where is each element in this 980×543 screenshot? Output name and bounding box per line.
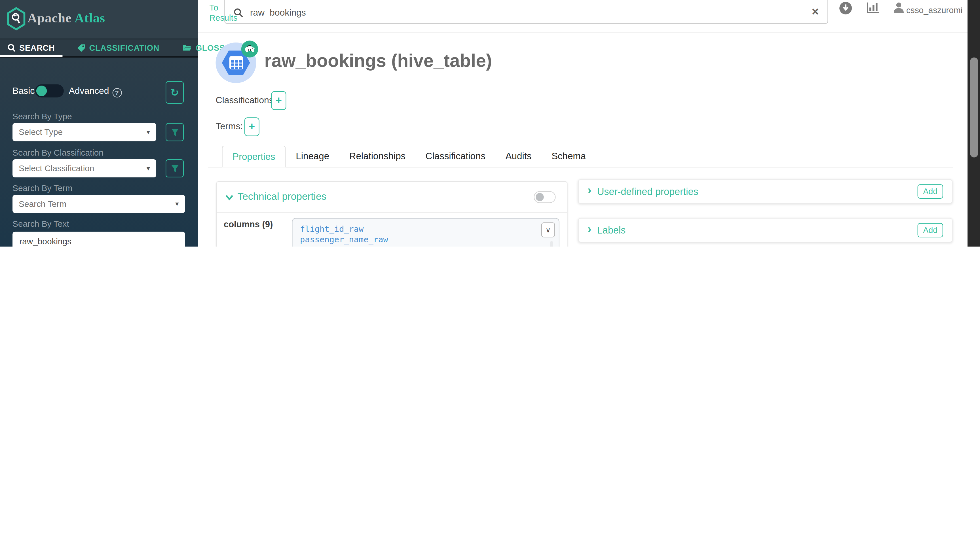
tab-properties[interactable]: Properties xyxy=(222,146,286,167)
nav-tab-search[interactable]: SEARCH xyxy=(0,40,62,56)
basic-advanced-toggle[interactable] xyxy=(35,84,64,97)
columns-box: flight_id_rawpassenger_name_rawseat_assi… xyxy=(292,218,559,246)
classifications-label: Classifications: xyxy=(215,95,276,105)
brand-atlas: Atlas xyxy=(75,11,105,25)
nav-tab-classification-label: CLASSIFICATION xyxy=(89,43,160,52)
type-select[interactable]: Select Type ▾ xyxy=(13,123,156,141)
term-select-value: Search Term xyxy=(19,199,66,209)
classification-filter-button[interactable] xyxy=(165,159,184,178)
panel-toggle[interactable] xyxy=(534,191,555,203)
topbar: To Results × csso_aszuromi xyxy=(198,0,967,33)
caret-down-icon: ▾ xyxy=(175,200,179,208)
columns-label: columns (9) xyxy=(224,219,273,229)
filter-type-label: Search By Type xyxy=(13,112,72,121)
atlas-logo-hexagon-icon xyxy=(6,7,26,30)
username[interactable]: csso_aszuromi xyxy=(906,6,963,15)
column-link[interactable]: flight_id_raw xyxy=(300,224,551,234)
statistics-icon[interactable] xyxy=(866,2,879,14)
classification-select-value: Select Classification xyxy=(19,164,94,173)
plus-icon: + xyxy=(249,121,255,133)
user-icon[interactable] xyxy=(893,2,905,14)
atlas-brand: Apache Atlas xyxy=(27,11,105,26)
basic-label: Basic xyxy=(13,86,35,95)
tab-audits[interactable]: Audits xyxy=(495,146,541,167)
card-user-defined-properties: › User-defined properties Add xyxy=(578,179,953,204)
sidebar-body: Basic Advanced? ↻ Search By Type Select … xyxy=(0,57,198,246)
chevron-right-icon[interactable]: › xyxy=(587,222,592,236)
filter-classification-label: Search By Classification xyxy=(13,148,103,157)
sidebar: Apache Atlas SEARCH CLASSIFICATION GLOSS… xyxy=(0,0,198,246)
type-filter-button[interactable] xyxy=(165,123,184,141)
global-search: × xyxy=(224,0,828,24)
page-title: raw_bookings (hive_table) xyxy=(264,51,492,71)
text-search-input[interactable] xyxy=(13,232,185,246)
filter-text-label: Search By Text xyxy=(13,219,69,229)
card-title[interactable]: Labels xyxy=(597,224,918,236)
card-title[interactable]: User-defined properties xyxy=(597,186,918,197)
hive-badge-icon xyxy=(241,41,258,57)
download-icon[interactable] xyxy=(839,1,853,15)
add-classification-button[interactable]: + xyxy=(271,91,286,110)
refresh-button[interactable]: ↻ xyxy=(165,81,184,104)
folder-open-icon xyxy=(183,44,192,52)
funnel-icon xyxy=(171,165,178,172)
global-search-input[interactable] xyxy=(249,6,809,18)
term-select[interactable]: Search Term ▾ xyxy=(13,195,185,213)
classification-select[interactable]: Select Classification ▾ xyxy=(13,159,156,178)
refresh-icon: ↻ xyxy=(170,86,179,98)
filter-term-label: Search By Term xyxy=(13,184,72,193)
funnel-icon xyxy=(171,129,178,136)
tab-classifications[interactable]: Classifications xyxy=(415,146,495,167)
panel-title[interactable]: Technical properties xyxy=(238,191,327,202)
nav-tab-search-label: SEARCH xyxy=(19,43,55,52)
column-link[interactable]: seat_assignment_raw xyxy=(300,245,551,246)
expand-button[interactable]: ∨ xyxy=(541,222,555,238)
chevron-right-icon[interactable]: › xyxy=(587,184,592,197)
add-button[interactable]: Add xyxy=(917,184,943,198)
app-root: Apache Atlas SEARCH CLASSIFICATION GLOSS… xyxy=(0,0,980,246)
search-icon xyxy=(7,44,16,52)
plus-icon: + xyxy=(275,94,282,107)
chevron-down-icon[interactable] xyxy=(225,194,234,200)
divider xyxy=(217,212,567,213)
brand-apache: Apache xyxy=(27,11,75,25)
clear-search-icon[interactable]: × xyxy=(809,5,821,18)
tab-lineage[interactable]: Lineage xyxy=(286,146,339,167)
box-scrollbar[interactable] xyxy=(550,241,553,246)
terms-label: Terms: xyxy=(215,121,243,131)
tab-relationships[interactable]: Relationships xyxy=(339,146,415,167)
tag-icon xyxy=(76,43,85,52)
page-scrollbar[interactable] xyxy=(967,0,980,246)
add-button[interactable]: Add xyxy=(917,223,943,238)
panel-header: Technical properties xyxy=(217,182,567,212)
column-link[interactable]: passenger_name_raw xyxy=(300,234,551,245)
type-select-value: Select Type xyxy=(19,127,63,137)
nav-tab-classification[interactable]: CLASSIFICATION xyxy=(69,40,167,56)
advanced-label: Advanced? xyxy=(68,86,121,97)
search-icon xyxy=(234,8,243,17)
toggle-knob xyxy=(535,193,544,201)
entity-icon xyxy=(215,43,256,83)
scrollbar-thumb[interactable] xyxy=(970,57,978,157)
technical-properties-panel: Technical properties columns (9) flight_… xyxy=(216,181,568,246)
add-term-button[interactable]: + xyxy=(245,117,259,136)
toggle-knob xyxy=(36,86,47,96)
card-labels: › Labels Add xyxy=(578,218,953,242)
caret-down-icon: ▾ xyxy=(146,164,150,173)
tab-schema[interactable]: Schema xyxy=(542,146,596,167)
sidebar-header: Apache Atlas xyxy=(0,0,198,39)
sidebar-nav: SEARCH CLASSIFICATION GLOSSARY xyxy=(0,39,198,57)
tab-bar: PropertiesLineageRelationshipsClassifica… xyxy=(222,146,596,167)
caret-down-icon: ▾ xyxy=(146,128,150,136)
help-icon[interactable]: ? xyxy=(112,88,122,97)
